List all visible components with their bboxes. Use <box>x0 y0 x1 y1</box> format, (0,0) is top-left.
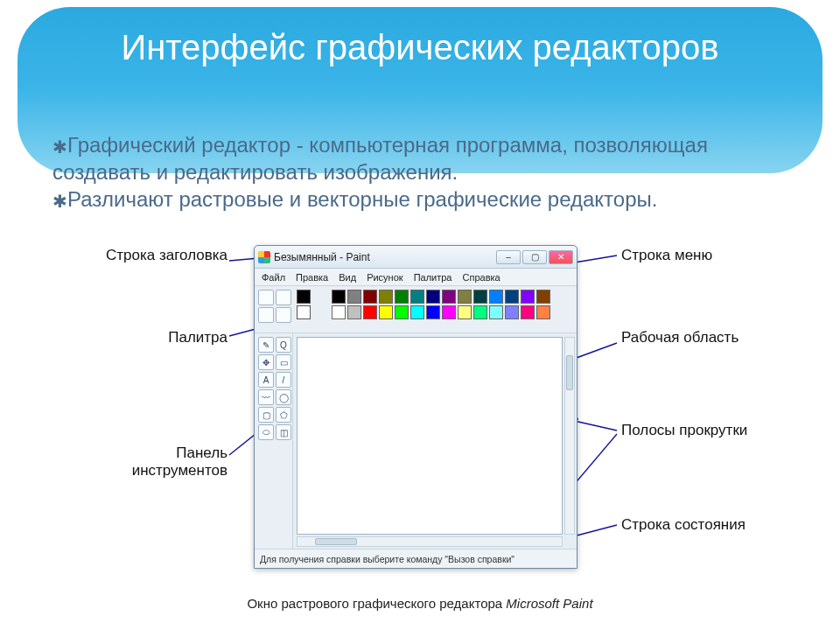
palette-swatch[interactable] <box>363 290 377 304</box>
label-work-area: Рабочая область <box>621 329 770 346</box>
palette-swatch[interactable] <box>332 290 346 304</box>
palette-swatch[interactable] <box>536 290 550 304</box>
menu-item[interactable]: Файл <box>262 272 285 283</box>
desc-line-2: Различают растровые и векторные графичес… <box>67 187 657 211</box>
tool-button[interactable]: ◫ <box>276 424 291 440</box>
tool-button[interactable]: Q <box>276 337 291 353</box>
palette-swatch[interactable] <box>379 290 393 304</box>
tool-button[interactable]: ✎ <box>258 337 274 353</box>
palette-swatch[interactable] <box>505 305 519 319</box>
label-title-bar: Строка заголовка <box>79 247 228 264</box>
palette-swatch[interactable] <box>473 290 487 304</box>
bg-color-swatch[interactable] <box>297 305 311 319</box>
palette-swatch[interactable] <box>395 290 409 304</box>
tool-button[interactable]: ▭ <box>276 354 291 370</box>
label-menu-bar: Строка меню <box>621 247 770 264</box>
paint-window: Безымянный - Paint – ▢ ✕ Файл Правка Вид… <box>254 245 578 569</box>
label-palette: Палитра <box>79 329 228 346</box>
tool-button[interactable]: ⬭ <box>258 424 274 440</box>
color-palette <box>328 286 577 332</box>
palette-swatch[interactable] <box>442 290 456 304</box>
scrollbar-thumb[interactable] <box>315 538 357 545</box>
palette-swatch[interactable] <box>379 305 393 319</box>
palette-swatch[interactable] <box>458 290 472 304</box>
tool-button[interactable]: 〰 <box>258 389 274 405</box>
palette-swatch[interactable] <box>426 290 440 304</box>
diagram: Строка заголовка Палитра Панель инструме… <box>0 245 840 604</box>
palette-swatch[interactable] <box>505 290 519 304</box>
label-status-bar: Строка состояния <box>621 516 770 534</box>
tool-button[interactable] <box>258 307 274 323</box>
label-scrollbars: Полосы прокрутки <box>621 422 770 439</box>
menu-item[interactable]: Справка <box>463 272 500 283</box>
window-title: Безымянный - Paint <box>274 251 370 263</box>
status-text: Для получения справки выберите команду "… <box>260 554 514 564</box>
tool-button[interactable]: ✥ <box>258 354 274 370</box>
palette-swatch[interactable] <box>458 305 472 319</box>
tool-button[interactable] <box>276 307 291 323</box>
canvas-wrap <box>293 333 577 549</box>
tool-button[interactable] <box>258 290 274 305</box>
desc-line-1: Графический редактор - компьютерная прог… <box>52 133 708 184</box>
horizontal-scrollbar[interactable] <box>297 536 563 547</box>
palette-swatch[interactable] <box>347 305 361 319</box>
tool-button[interactable]: ◯ <box>276 389 291 405</box>
menu-item[interactable]: Рисунок <box>367 272 403 283</box>
app-icon <box>258 251 270 263</box>
menu-bar: Файл Правка Вид Рисунок Палитра Справка <box>255 269 577 286</box>
palette-swatch[interactable] <box>332 305 346 319</box>
title-bar: Безымянный - Paint – ▢ ✕ <box>255 246 577 269</box>
tool-button[interactable]: ▢ <box>258 407 274 423</box>
palette-swatch[interactable] <box>395 305 409 319</box>
vertical-scrollbar[interactable] <box>564 337 575 535</box>
menu-item[interactable]: Правка <box>296 272 328 283</box>
close-button[interactable]: ✕ <box>549 250 573 264</box>
palette-swatch[interactable] <box>363 305 377 319</box>
tool-button[interactable]: A <box>258 372 274 388</box>
palette-swatch[interactable] <box>347 290 361 304</box>
palette-swatch[interactable] <box>410 305 424 319</box>
top-toolbar <box>255 286 577 333</box>
palette-swatch[interactable] <box>521 290 535 304</box>
label-tools-panel: Панель инструментов <box>79 444 228 480</box>
maximize-button[interactable]: ▢ <box>522 250 547 264</box>
palette-swatch[interactable] <box>442 305 456 319</box>
status-bar: Для получения справки выберите команду "… <box>255 549 577 568</box>
menu-item[interactable]: Палитра <box>414 272 452 283</box>
tool-button[interactable]: ⬠ <box>276 407 291 423</box>
caption: Окно растрового графического редактора M… <box>0 596 840 611</box>
palette-swatch[interactable] <box>410 290 424 304</box>
palette-swatch[interactable] <box>489 305 503 319</box>
menu-item[interactable]: Вид <box>339 272 356 283</box>
tools-panel: ✎Q✥▭A/〰◯▢⬠⬭◫ <box>255 333 293 549</box>
scrollbar-thumb[interactable] <box>566 355 573 390</box>
slide-title: Интерфейс графических редакторов <box>0 26 840 68</box>
palette-swatch[interactable] <box>473 305 487 319</box>
tool-button[interactable] <box>276 290 291 305</box>
palette-swatch[interactable] <box>426 305 440 319</box>
palette-swatch[interactable] <box>521 305 535 319</box>
palette-swatch[interactable] <box>536 305 550 319</box>
canvas[interactable] <box>297 337 563 535</box>
minimize-button[interactable]: – <box>496 250 521 264</box>
slide-description: ✱Графический редактор - компьютерная про… <box>52 131 788 214</box>
fg-color-swatch[interactable] <box>297 290 311 304</box>
tool-button[interactable]: / <box>276 372 291 388</box>
foreground-background <box>293 286 328 332</box>
palette-swatch[interactable] <box>489 290 503 304</box>
